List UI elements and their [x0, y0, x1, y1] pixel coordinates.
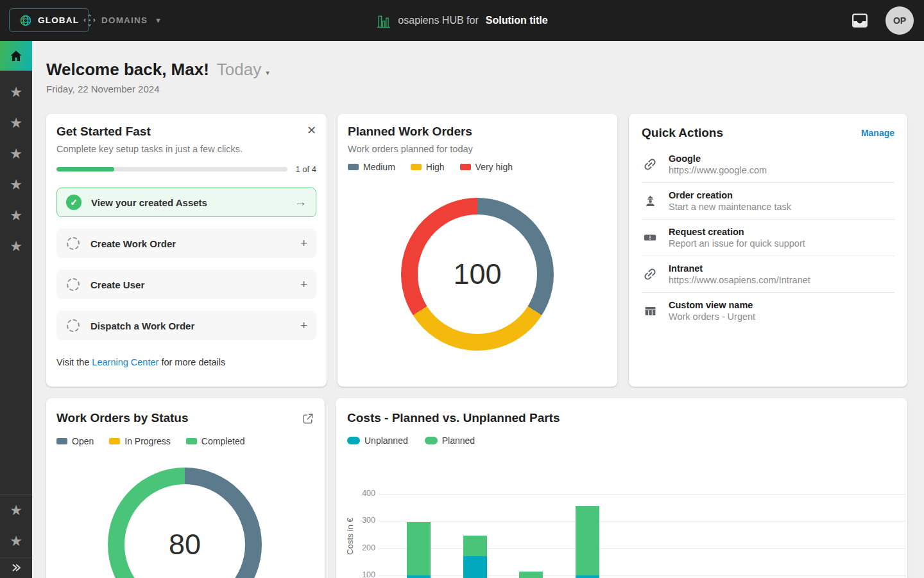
domains-label: DOMAINS	[101, 15, 148, 25]
legend-item: Very high	[460, 162, 513, 172]
quick-action-title: Order creation	[669, 190, 791, 200]
work-orders-status-donut: 80	[108, 468, 262, 578]
donut-total: 80	[169, 528, 201, 561]
app-name: osapiens HUB for	[398, 15, 478, 26]
star-icon: ★	[10, 177, 22, 193]
quick-action-title: Google	[669, 153, 767, 164]
pending-circle-icon	[67, 319, 80, 332]
avatar-initials: OP	[893, 15, 906, 26]
legend-chip	[411, 164, 422, 170]
y-tick-label: 300	[348, 516, 375, 525]
task-label: Create User	[90, 279, 291, 290]
sidebar-expand-button[interactable]	[0, 557, 32, 578]
sidebar-item-favorite-8[interactable]: ★	[0, 526, 32, 557]
home-icon	[9, 49, 23, 63]
quick-action-request-creation[interactable]: Request creation Report an issue for qui…	[642, 220, 894, 256]
check-badge-icon: ✓	[66, 195, 81, 210]
progress-label: 1 of 4	[295, 164, 316, 174]
domains-icon	[83, 14, 96, 26]
bar-segment-planned	[519, 572, 543, 578]
star-icon: ★	[10, 84, 22, 101]
legend-label: Medium	[363, 162, 395, 172]
quick-actions-card: Quick Actions Manage Google https://www.…	[629, 114, 907, 387]
costs-card: Costs - Planned vs. Unplanned Parts Unpl…	[336, 398, 907, 578]
inbox-icon[interactable]	[851, 13, 868, 28]
star-icon: ★	[10, 238, 22, 255]
sidebar-item-favorite-6[interactable]: ★	[0, 231, 32, 262]
task-create-work-order[interactable]: Create Work Order +	[56, 229, 316, 258]
quick-action-order-creation[interactable]: Order creation Start a new maintenance t…	[642, 183, 894, 220]
task-view-created-assets[interactable]: ✓ View your created Assets →	[56, 188, 316, 217]
chevron-down-icon: ▾	[266, 69, 270, 77]
learning-center-link[interactable]: Learning Center	[92, 357, 158, 367]
quick-action-subtitle: Report an issue for quick support	[669, 238, 805, 249]
sidebar-item-home[interactable]	[0, 41, 32, 71]
star-icon: ★	[10, 207, 22, 224]
quick-action-google[interactable]: Google https://www.google.com	[642, 146, 894, 183]
legend-chip	[109, 438, 120, 444]
open-external-icon[interactable]	[302, 412, 314, 427]
sidebar-item-favorite-4[interactable]: ★	[0, 170, 32, 200]
card-title: Get Started Fast	[56, 125, 151, 139]
osapiens-logo-icon	[376, 12, 391, 29]
legend-item: Open	[56, 436, 94, 446]
task-create-user[interactable]: Create User +	[56, 270, 316, 299]
quick-action-subtitle: https://www.osapiens.com/Intranet	[669, 275, 810, 285]
quick-action-subtitle: Work orders - Urgent	[669, 311, 755, 322]
planned-work-orders-donut: 100	[401, 198, 554, 351]
sidebar-item-favorite-3[interactable]: ★	[0, 139, 32, 170]
learning-center-note: Visit the Learning Center for more detai…	[56, 357, 316, 367]
quick-action-subtitle: Start a new maintenance task	[669, 202, 791, 212]
close-icon[interactable]: ✕	[307, 125, 316, 136]
legend-item: High	[411, 162, 445, 172]
avatar[interactable]: OP	[886, 6, 914, 35]
plus-icon: +	[300, 277, 307, 292]
app-brand: osapiens HUB for Solution title	[376, 0, 547, 41]
quick-action-title: Intranet	[669, 263, 810, 274]
quick-action-custom-view[interactable]: Custom view name Work orders - Urgent	[642, 293, 894, 329]
manage-link[interactable]: Manage	[861, 128, 894, 138]
current-date: Friday, 22 November 2024	[46, 83, 159, 94]
pending-circle-icon	[67, 278, 80, 291]
card-title: Quick Actions	[642, 126, 723, 140]
global-scope-button[interactable]: GLOBAL	[9, 8, 89, 32]
work-orders-by-status-card: Work Orders by Status OpenIn ProgressCom…	[46, 398, 325, 578]
ticket-icon	[642, 231, 658, 245]
domains-selector[interactable]: DOMAINS ▾	[83, 8, 160, 32]
card-subtitle: Work orders planned for today	[348, 144, 607, 154]
legend-chip	[186, 438, 197, 444]
quick-action-intranet[interactable]: Intranet https://www.osapiens.com/Intran…	[642, 256, 894, 293]
donut-hole: 80	[124, 484, 245, 578]
pending-circle-icon	[67, 237, 80, 250]
card-title: Work Orders by Status	[56, 411, 189, 425]
y-tick-label: 100	[348, 570, 375, 578]
legend-label: High	[426, 162, 445, 172]
sidebar-item-favorite-1[interactable]: ★	[0, 77, 32, 108]
get-started-card: Get Started Fast ✕ Complete key setup ta…	[46, 114, 327, 387]
legend-label: In Progress	[124, 436, 171, 446]
legend-chip	[56, 438, 67, 444]
table-columns-icon	[642, 304, 658, 318]
note-suffix: for more details	[158, 357, 225, 367]
bar-segment-unplanned	[407, 575, 431, 578]
costs-bar-chart: Costs in € 100200300400	[336, 398, 907, 578]
legend-item: In Progress	[109, 436, 171, 446]
period-selector[interactable]: Today ▾	[217, 60, 270, 80]
sidebar-item-favorite-2[interactable]: ★	[0, 108, 32, 139]
plus-icon: +	[300, 236, 307, 250]
star-icon: ★	[10, 146, 22, 162]
double-chevron-right-icon	[10, 563, 22, 573]
donut-total: 100	[453, 258, 501, 291]
sidebar-item-favorite-7[interactable]: ★	[0, 495, 32, 526]
sidebar-item-favorite-5[interactable]: ★	[0, 200, 32, 231]
arrow-right-icon: →	[295, 195, 307, 209]
legend-item: Medium	[348, 162, 395, 172]
note-prefix: Visit the	[56, 357, 92, 367]
globe-icon	[19, 14, 32, 27]
gridline	[379, 494, 906, 495]
y-tick-label: 400	[348, 489, 375, 498]
progress-track	[56, 167, 287, 171]
task-dispatch-work-order[interactable]: Dispatch a Work Order +	[56, 311, 316, 340]
star-icon: ★	[10, 533, 22, 550]
legend-label: Very high	[475, 162, 513, 172]
